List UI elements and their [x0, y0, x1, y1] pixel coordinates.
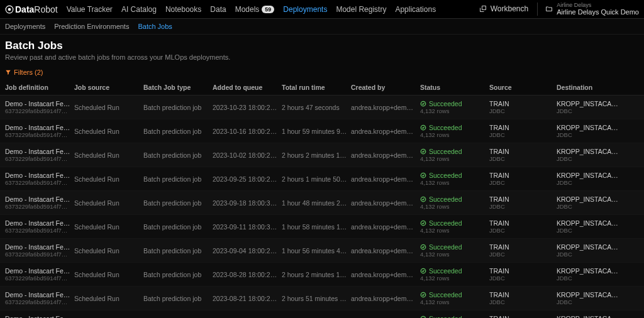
cell-job-source: Scheduled Run [74, 247, 143, 255]
col-header[interactable]: Job definition [5, 84, 74, 91]
cell-job-def: Demo - Instacart Feature...6373229fa6bd5… [5, 291, 74, 305]
project-main: Airline Delays Quick Demo [557, 8, 639, 16]
nav-item-applications[interactable]: Applications [395, 5, 436, 14]
top-navbar: DataRobot Value TrackerAI CatalogNoteboo… [0, 0, 644, 19]
subnav-item-deployments[interactable]: Deployments [5, 23, 45, 30]
project-selector[interactable]: Airline Delays Airline Delays Quick Demo [537, 3, 639, 16]
cell-creator: andrea.kropp+demo@da... [351, 223, 420, 231]
cell-source: TRAINJDBC [489, 291, 557, 305]
check-circle-icon [420, 124, 426, 131]
table-row[interactable]: Demo - Instacart Feature...6373229fa6bd5… [0, 287, 644, 310]
cell-source: TRAINJDBC [489, 172, 557, 186]
cell-destination: KROPP_INSTACART_DE...JDBC [557, 100, 624, 114]
cell-queued: 2023-08-28 18:00:27 (UT... [213, 271, 282, 278]
cell-destination: KROPP_INSTACART_DE...JDBC [557, 315, 624, 318]
cell-queued: 2023-10-16 18:00:26 (UT... [213, 128, 282, 135]
workbench-icon [479, 5, 487, 13]
cell-job-def: Demo - Instacart Feature...6373229fa6bd5… [5, 148, 74, 162]
check-circle-icon [420, 292, 426, 298]
subnav-item-prediction-environments[interactable]: Prediction Environments [54, 23, 129, 30]
cell-creator: andrea.kropp+demo@da... [351, 175, 420, 183]
cell-destination: KROPP_INSTACART_DE...JDBC [557, 243, 624, 258]
cell-runtime: 1 hour 58 minutes 1 second [282, 223, 351, 231]
cell-runtime: 1 hour 56 minutes 41 seconds [282, 247, 351, 255]
table-row[interactable]: Demo - Instacart Feature...6373229fa6bd5… [0, 310, 644, 318]
nav-item-notebooks[interactable]: Notebooks [165, 5, 201, 14]
cell-job-type: Batch prediction job [143, 223, 213, 231]
cell-destination: KROPP_INSTACART_DE...JDBC [557, 124, 624, 138]
col-header[interactable]: Source [489, 84, 557, 91]
cell-creator: andrea.kropp+demo@da... [351, 128, 420, 135]
col-header[interactable]: Created by [351, 84, 420, 91]
cell-job-source: Scheduled Run [74, 128, 143, 135]
subnav-item-batch-jobs[interactable]: Batch Jobs [138, 23, 172, 30]
cell-job-def: Demo - Instacart Feature...6373229fa6bd5… [5, 267, 74, 282]
table-row[interactable]: Demo - Instacart Feature...6373229fa6bd5… [0, 215, 644, 239]
logo-icon [5, 5, 14, 14]
cell-queued: 2023-09-18 18:00:32 (UT... [213, 199, 282, 207]
cell-job-type: Batch prediction job [143, 151, 213, 159]
check-circle-icon [420, 172, 426, 178]
table-row[interactable]: Demo - Instacart Feature...6373229fa6bd5… [0, 191, 644, 215]
logo[interactable]: DataRobot [5, 4, 58, 14]
nav-item-value-tracker[interactable]: Value Tracker [67, 5, 113, 14]
col-header[interactable]: Added to queue [213, 84, 282, 91]
nav-item-models[interactable]: Models59 [235, 5, 275, 14]
nav-item-deployments[interactable]: Deployments [283, 5, 327, 14]
col-header[interactable]: Destination [557, 84, 624, 91]
table-row[interactable]: Demo - Instacart Feature...6373229fa6bd5… [0, 263, 644, 287]
folder-icon [545, 5, 553, 13]
cell-job-type: Batch prediction job [143, 104, 213, 111]
table-row[interactable]: Demo - Instacart Feature...6373229fa6bd5… [0, 239, 644, 263]
cell-job-type: Batch prediction job [143, 128, 213, 135]
cell-creator: andrea.kropp+demo@da... [351, 151, 420, 159]
cell-status: Succeeded4,132 rows [420, 124, 489, 138]
nav-item-model-registry[interactable]: Model Registry [336, 5, 386, 14]
cell-runtime: 2 hours 2 minutes 19 seconds [282, 151, 351, 159]
filters-button[interactable]: Filters (2) [0, 65, 644, 80]
cell-destination: KROPP_INSTACART_DE...JDBC [557, 267, 624, 282]
cell-status: Succeeded4,132 rows [420, 219, 489, 234]
cell-status: Succeeded4,132 rows [420, 243, 489, 258]
table-row[interactable]: Demo - Instacart Feature...6373229fa6bd5… [0, 167, 644, 191]
col-header[interactable]: Total run time [282, 84, 351, 91]
col-header[interactable]: Batch Job type [143, 84, 213, 91]
cell-queued: 2023-08-21 18:00:27 (UT... [213, 295, 282, 302]
cell-job-def: Demo - Instacart Feature...6373229fa6bd5… [5, 100, 74, 114]
cell-job-source: Scheduled Run [74, 104, 143, 111]
cell-job-type: Batch prediction job [143, 295, 213, 302]
table-row[interactable]: Demo - Instacart Feature...6373229fa6bd5… [0, 119, 644, 143]
cell-destination: KROPP_INSTACART_DE...JDBC [557, 219, 624, 234]
cell-job-source: Scheduled Run [74, 175, 143, 183]
nav-item-ai-catalog[interactable]: AI Catalog [121, 5, 157, 14]
svg-point-1 [8, 8, 11, 11]
logo-text-2: Robot [34, 4, 57, 14]
cell-runtime: 1 hour 59 minutes 9 seconds [282, 128, 351, 135]
cell-source: TRAINJDBC [489, 124, 557, 138]
table-header: Job definitionJob sourceBatch Job typeAd… [0, 80, 644, 96]
col-header[interactable]: Status [420, 84, 489, 91]
col-header[interactable]: Job source [74, 84, 143, 91]
check-circle-icon [420, 196, 426, 202]
cell-job-type: Batch prediction job [143, 271, 213, 278]
cell-runtime: 2 hours 1 minute 50 seconds [282, 175, 351, 183]
cell-destination: KROPP_INSTACART_DE...JDBC [557, 291, 624, 305]
cell-job-source: Scheduled Run [74, 199, 143, 207]
cell-job-def: Demo - Instacart Feature...6373229fa6bd5… [5, 195, 74, 210]
nav-item-data[interactable]: Data [210, 5, 226, 14]
page-header: Batch Jobs Review past and active batch … [0, 35, 644, 65]
table-row[interactable]: Demo - Instacart Feature...6373229fa6bd5… [0, 143, 644, 167]
workbench-link[interactable]: Workbench [479, 4, 528, 13]
cell-creator: andrea.kropp+demo@da... [351, 247, 420, 255]
cell-queued: 2023-10-02 18:00:28 (UT... [213, 151, 282, 159]
cell-queued: 2023-09-04 18:00:25 (UT... [213, 247, 282, 255]
cell-destination: KROPP_INSTACART_DE...JDBC [557, 148, 624, 162]
cell-runtime: 2 hours 51 minutes 28 seconds [282, 295, 351, 302]
cell-job-def: Demo - Instacart Feature...6373229fa6bd5… [5, 315, 74, 318]
table-body: Demo - Instacart Feature...6373229fa6bd5… [0, 96, 644, 318]
sub-nav: DeploymentsPrediction EnvironmentsBatch … [0, 19, 644, 35]
check-circle-icon [420, 268, 426, 274]
table-row[interactable]: Demo - Instacart Feature...6373229fa6bd5… [0, 96, 644, 119]
cell-source: TRAINJDBC [489, 267, 557, 282]
cell-job-type: Batch prediction job [143, 199, 213, 207]
